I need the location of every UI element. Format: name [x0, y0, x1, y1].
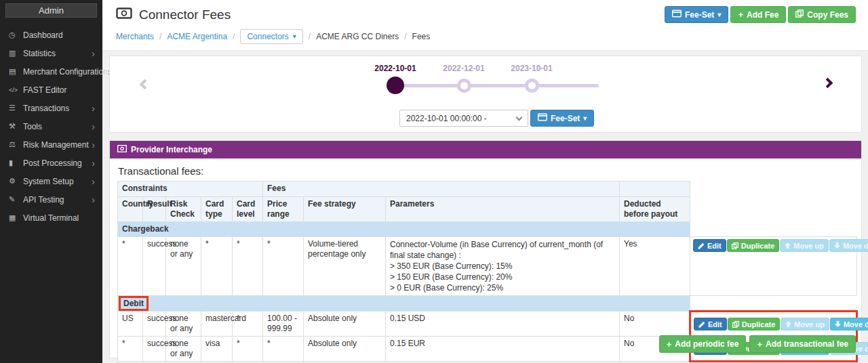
sidebar-item-tools[interactable]: ⚒ Tools ›: [0, 117, 102, 135]
chevron-right-icon: ›: [92, 158, 95, 168]
row-actions: EditDuplicateMove upMove downDelete: [690, 237, 857, 296]
dashboard-icon: ◷: [9, 30, 23, 39]
timeline-fee-set-button[interactable]: Fee-Set ▾: [530, 110, 594, 127]
breadcrumb-page: Fees: [412, 32, 431, 41]
money-icon: [116, 7, 132, 22]
breadcrumb-merchants-link[interactable]: Merchants: [116, 32, 154, 41]
section-name: Chargeback: [122, 224, 169, 234]
timeline-prev-button[interactable]: [140, 79, 151, 90]
caret-down-icon: ▾: [717, 12, 721, 18]
section-name: Debit: [123, 299, 144, 308]
panel-header: Provider Interchange: [110, 141, 861, 158]
copy-fees-button[interactable]: Copy Fees: [788, 6, 856, 23]
group-header-fees: Fees: [263, 182, 620, 197]
chevron-right-icon: ›: [92, 49, 95, 58]
chevron-down-icon: [516, 114, 523, 121]
chevron-right-icon: ›: [92, 122, 95, 131]
panel-title: Provider Interchange: [131, 145, 212, 154]
sidebar-item-post-processing[interactable]: ▮ Post Processing ›: [0, 154, 102, 172]
annotation-debit-highlight: Debit: [119, 296, 149, 311]
plus-icon: +: [738, 10, 743, 19]
timeline-point[interactable]: [525, 79, 539, 93]
period-select[interactable]: 2022-10-01 00:00:00 -: [399, 110, 528, 127]
topbar: Connector Fees Fee-Set ▾ + Add Fee Copy …: [102, 0, 868, 51]
add-transactional-fee-button[interactable]: + Add transactional fee: [749, 335, 856, 353]
sidebar-item-risk-management[interactable]: ⚖ Risk Management ›: [0, 135, 102, 154]
sidebar-item-transactions[interactable]: ☰ Transactions ›: [0, 99, 102, 117]
sidebar-item-api-testing[interactable]: ✎ API Testing ›: [0, 190, 102, 209]
main-content: Connector Fees Fee-Set ▾ + Add Fee Copy …: [102, 0, 868, 363]
timeline-next-button[interactable]: [823, 78, 833, 89]
caret-down-icon: ▾: [293, 33, 296, 40]
card-icon: [672, 9, 682, 20]
breadcrumb-connectors-dropdown[interactable]: Connectors ▾: [240, 29, 302, 44]
copy-icon: [795, 9, 804, 20]
move-up-button: Move up: [780, 239, 829, 252]
page-title: Connector Fees: [139, 7, 665, 22]
col-card-level: Card level: [233, 197, 263, 222]
col-parameters: Parameters: [386, 197, 620, 222]
move-down-button[interactable]: Move down: [830, 318, 868, 330]
plus-icon: +: [757, 340, 762, 349]
code-icon: </>: [9, 87, 23, 93]
breadcrumb: Merchants / ACME Argentina / Connectors …: [116, 29, 856, 44]
banknote-icon: [117, 145, 127, 154]
breadcrumb-connector: ACME ARG CC Diners: [316, 32, 399, 41]
col-price-range: Price range: [263, 197, 304, 222]
plus-icon: +: [667, 340, 672, 349]
col-risk-check: Risk Check: [166, 197, 201, 222]
sidebar-item-statistics[interactable]: ▥ Statistics ›: [0, 44, 102, 62]
timeline-point[interactable]: [457, 79, 471, 93]
duplicate-button[interactable]: Duplicate: [727, 239, 780, 252]
sidebar-item-fast-editor[interactable]: </> FAST Editor: [0, 81, 102, 99]
group-header-blank: [620, 182, 690, 197]
sidebar-item-system-setup[interactable]: ⚙ System Setup ›: [0, 172, 102, 190]
timeline-point-active[interactable]: [387, 77, 404, 94]
parameters-cell: Connector-Volume (in Base Currency) of c…: [386, 237, 620, 296]
edit-button[interactable]: Edit: [694, 318, 727, 330]
timeline-date-label: 2022-10-01: [361, 64, 429, 73]
col-card-type: Card type: [201, 197, 233, 222]
section-row-chargeback: Chargeback: [118, 222, 857, 237]
virtual-terminal-icon: ▦: [9, 213, 23, 222]
chevron-right-icon: ›: [92, 195, 95, 205]
app-root: Admin ◷ Dashboard ▥ Statistics › ▤ Merch…: [0, 0, 868, 363]
provider-interchange-panel: Provider Interchange Transactional fees:…: [109, 140, 862, 358]
chevron-right-icon: ›: [92, 177, 95, 186]
chevron-right-icon: ›: [92, 140, 95, 150]
move-up-button: Move up: [781, 318, 829, 330]
chevron-right-icon: ›: [92, 104, 95, 113]
admin-menu-button[interactable]: Admin: [5, 3, 97, 18]
group-header-constraints: Constraints: [118, 182, 263, 197]
post-processing-icon: ▮: [9, 158, 23, 167]
fee-row-chargeback: * success none or any * * * Volume-tiere…: [118, 237, 857, 296]
col-country: Country: [118, 197, 143, 222]
move-down-button: Move down: [829, 239, 868, 252]
system-setup-icon: ⚙: [9, 177, 23, 186]
col-deducted-before-payout: Deducted before payout: [620, 197, 690, 222]
merchant-configuration-icon: ▤: [9, 67, 23, 76]
statistics-icon: ▥: [9, 49, 23, 58]
timeline-date-label: 2022-12-01: [430, 64, 498, 73]
sidebar-nav: ◷ Dashboard ▥ Statistics › ▤ Merchant Co…: [0, 26, 102, 227]
add-periodic-fee-button[interactable]: + Add periodic fee: [659, 335, 747, 353]
timeline-track: [395, 84, 599, 87]
sidebar-item-merchant-configuration[interactable]: ▤ Merchant Configuration ›: [0, 62, 102, 81]
fee-timeline-card: 2022-10-01 2022-12-01 2023-10-01 2022-10…: [109, 56, 862, 133]
duplicate-button[interactable]: Duplicate: [728, 318, 781, 330]
risk-management-icon: ⚖: [9, 140, 23, 149]
tools-icon: ⚒: [9, 122, 23, 131]
fee-set-button[interactable]: Fee-Set ▾: [665, 6, 728, 23]
edit-button[interactable]: Edit: [693, 239, 726, 252]
transactions-icon: ☰: [9, 104, 23, 112]
api-testing-icon: ✎: [9, 195, 23, 204]
section-row-debit: Debit: [118, 296, 857, 312]
sidebar-item-dashboard[interactable]: ◷ Dashboard: [0, 26, 102, 44]
col-fee-strategy: Fee strategy: [304, 197, 386, 222]
timeline-date-label: 2023-10-01: [498, 64, 566, 73]
add-fee-button[interactable]: + Add Fee: [730, 6, 786, 23]
breadcrumb-merchant-link[interactable]: ACME Argentina: [167, 32, 227, 41]
transactional-fees-label: Transactional fees:: [118, 165, 861, 177]
sidebar-item-virtual-terminal[interactable]: ▦ Virtual Terminal: [0, 209, 102, 227]
card-icon: [538, 113, 547, 123]
